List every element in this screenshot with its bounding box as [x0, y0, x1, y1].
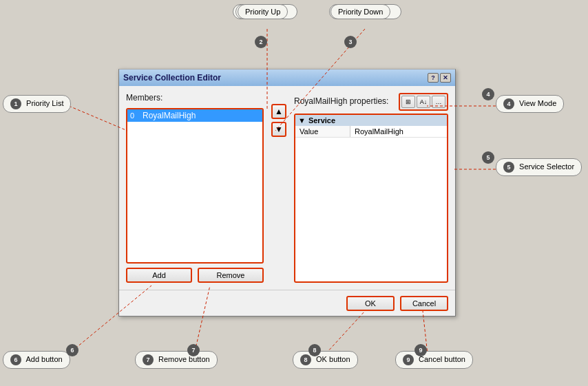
callout-circle-3: 3: [344, 36, 357, 48]
remove-button-callout: 7 Remove button: [135, 351, 218, 369]
prop-name: Value: [295, 126, 350, 137]
dialog-title: Service Collection Editor: [123, 73, 428, 83]
priority-list-callout: 1 Priority List: [3, 95, 71, 113]
item-index: 0: [130, 111, 140, 120]
priority-up-label: Priority Up: [238, 4, 288, 19]
item-name: RoyalMailHigh: [143, 111, 196, 120]
callout-circle-7: 7: [187, 344, 200, 356]
callout-num-7: 7: [143, 354, 154, 365]
properties-grid[interactable]: ▼ Service Value RoyalMailHigh: [294, 114, 448, 283]
add-button[interactable]: Add: [126, 268, 192, 283]
priority-down-label: Priority Down: [330, 4, 390, 19]
callout-circle-6: 6: [66, 344, 78, 356]
dialog-titlebar: Service Collection Editor ? ✕: [119, 69, 455, 86]
priority-up-text: Priority Up: [245, 8, 280, 16]
dialog: Service Collection Editor ? ✕ Members: 0…: [118, 69, 456, 317]
add-button-callout: 6 Add button: [3, 351, 70, 369]
prop-value: RoyalMailHigh: [350, 126, 447, 137]
members-panel: Members: 0 RoyalMailHigh Add Remove: [126, 93, 264, 283]
callout-num-8: 8: [300, 354, 311, 365]
dialog-footer: OK Cancel: [119, 290, 455, 316]
members-buttons: Add Remove: [126, 268, 264, 283]
callout-num-9: 9: [403, 354, 414, 365]
priority-down-button[interactable]: ▼: [271, 122, 286, 137]
close-button[interactable]: ✕: [440, 73, 451, 83]
arrows-panel: ▲ ▼: [269, 93, 288, 283]
props-categorized-btn[interactable]: ⊞: [401, 96, 415, 108]
members-label: Members:: [126, 93, 264, 103]
prop-section-service: ▼ Service: [295, 115, 447, 126]
cancel-button-callout: 9 Cancel button: [395, 351, 473, 369]
priority-down-text: Priority Down: [338, 8, 383, 16]
priority-up-button[interactable]: ▲: [271, 104, 286, 119]
props-more-btn[interactable]: …: [432, 96, 445, 108]
members-list[interactable]: 0 RoyalMailHigh: [126, 108, 264, 264]
callout-circle-9: 9: [414, 344, 427, 356]
dialog-body: Members: 0 RoyalMailHigh Add Remove ▲ ▼ …: [119, 86, 455, 290]
callout-circle-5: 5: [482, 151, 494, 164]
callout-num-6: 6: [10, 354, 21, 365]
list-item[interactable]: 0 RoyalMailHigh: [127, 109, 262, 122]
callout-circle-8: 8: [308, 344, 321, 356]
dialog-titlebar-buttons: ? ✕: [428, 73, 451, 83]
callout-circle-2: 2: [255, 36, 267, 48]
view-mode-toolbar: ⊞ A↓ …: [399, 93, 448, 111]
callout-num-4: 4: [503, 98, 514, 109]
props-header: RoyalMailHigh properties: ⊞ A↓ …: [294, 93, 448, 111]
remove-button[interactable]: Remove: [198, 268, 264, 283]
service-selector-callout: 5 Service Selector: [496, 158, 582, 176]
callout-num-5: 5: [503, 162, 514, 173]
ok-button[interactable]: OK: [346, 296, 395, 311]
properties-panel: RoyalMailHigh properties: ⊞ A↓ … ▼ Servi…: [294, 93, 448, 283]
callout-num-1: 1: [10, 98, 21, 109]
view-mode-callout: 4 View Mode: [496, 95, 564, 113]
properties-label: RoyalMailHigh properties:: [294, 96, 388, 106]
ok-button-callout: 8 OK button: [293, 351, 358, 369]
prop-row-value: Value RoyalMailHigh: [295, 126, 447, 138]
cancel-button[interactable]: Cancel: [400, 296, 448, 311]
callout-circle-4: 4: [482, 88, 494, 100]
help-button[interactable]: ?: [428, 73, 439, 83]
props-alpha-btn[interactable]: A↓: [417, 96, 430, 108]
